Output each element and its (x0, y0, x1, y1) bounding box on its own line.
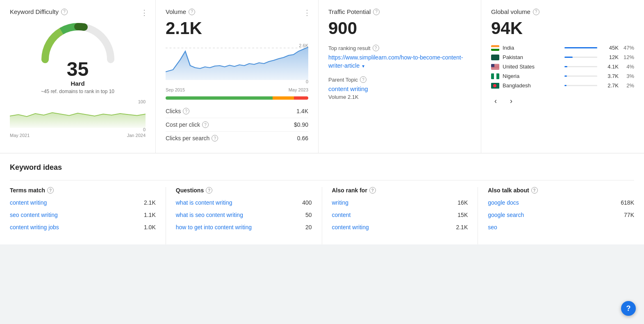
ki-header-also-rank: Also rank for ? (332, 187, 468, 194)
volume-chart-x-labels: Sep 2015 May 2023 (166, 87, 308, 92)
ki-link-terms-0[interactable]: content writing (10, 199, 47, 206)
country-bar-usa (564, 66, 597, 67)
tp-top-ranking-help[interactable]: ? (373, 45, 379, 51)
ki-also-rank-help[interactable]: ? (369, 187, 376, 194)
tp-title: Traffic Potential ? (328, 8, 471, 15)
country-bar-india (564, 47, 597, 48)
keyword-ideas-grid: Terms match ? content writing 2.1K seo c… (10, 180, 634, 244)
country-name-india: India (503, 45, 561, 51)
country-volume-bangladesh: 2.7K (604, 82, 619, 89)
volume-value: 2.1K (166, 18, 308, 38)
kd-dots-menu[interactable]: ⋮ (141, 8, 149, 17)
volume-progress-bar (166, 96, 308, 100)
svg-rect-14 (491, 73, 494, 79)
svg-rect-13 (491, 64, 494, 67)
tp-volume-label: Volume 2.1K (328, 94, 471, 100)
ki-link-questions-1[interactable]: what is seo content writing (176, 212, 243, 218)
country-name-usa: United States (503, 64, 561, 70)
kd-title-text: Keyword Difficulty (10, 8, 59, 15)
keyword-difficulty-card: Keyword Difficulty ? ⋮ 35 Hard ~45 ref. … (0, 0, 156, 153)
ki-link-also-rank-2[interactable]: content writing (332, 224, 369, 230)
country-bar-fill-usa (564, 66, 567, 67)
ki-value-terms-2: 1.0K (144, 224, 156, 230)
svg-rect-10 (491, 68, 499, 68)
country-bar-pakistan (564, 57, 597, 58)
kd-chart: 100 0 (10, 99, 146, 132)
cps-label-text: Clicks per search (166, 135, 209, 141)
ki-value-also-talk-1: 77K (624, 212, 634, 218)
flag-usa (491, 64, 499, 70)
ki-terms-match-help[interactable]: ? (47, 187, 54, 194)
ki-value-questions-1: 50 (305, 212, 312, 218)
keyword-ideas-title: Keyword ideas (10, 163, 634, 172)
volume-help-icon[interactable]: ? (189, 9, 195, 15)
clicks-label-text: Clicks (166, 108, 181, 114)
kd-title: Keyword Difficulty ? (10, 8, 146, 15)
ki-row-also-rank-0: writing 16K (332, 199, 468, 206)
kd-chart-x-end: Jan 2024 (127, 133, 146, 138)
ki-link-terms-1[interactable]: seo content writing (10, 212, 58, 218)
kd-gauge-svg (37, 18, 119, 64)
clicks-help-icon[interactable]: ? (183, 108, 189, 114)
ki-header-questions-text: Questions (176, 187, 204, 194)
country-pct-bangladesh: 2% (622, 82, 634, 89)
country-name-bangladesh: Bangladesh (503, 82, 561, 89)
country-bar-bangladesh (564, 85, 597, 86)
gv-prev-button[interactable]: ‹ (491, 95, 500, 107)
ki-also-talk-help[interactable]: ? (531, 187, 538, 194)
gv-value: 94K (491, 18, 634, 38)
kd-chart-labels: May 2021 Jan 2024 (10, 133, 146, 138)
kd-sparkline-svg (10, 99, 146, 128)
cpc-value: $0.90 (294, 121, 308, 128)
ki-link-also-talk-2[interactable]: seo (488, 224, 497, 230)
volume-title-text: Volume (166, 8, 186, 15)
svg-rect-8 (491, 67, 499, 67)
kd-chart-y-max: 100 (138, 99, 146, 104)
country-bar-fill-bangladesh (564, 85, 567, 86)
tp-help-icon[interactable]: ? (373, 9, 380, 15)
gv-next-button[interactable]: › (507, 95, 516, 107)
ki-row-questions-2: how to get into content writing 20 (176, 224, 312, 230)
flag-india (491, 45, 499, 51)
ki-header-questions: Questions ? (176, 187, 312, 194)
country-row-pakistan: Pakistan 12K 12% (491, 54, 634, 60)
tp-parent-topic-help[interactable]: ? (360, 76, 366, 83)
kd-help-icon[interactable]: ? (61, 9, 68, 15)
tp-dropdown-icon: ▼ (361, 64, 365, 69)
svg-rect-12 (491, 68, 499, 69)
tp-parent-link[interactable]: content writing (328, 85, 368, 92)
ki-row-also-rank-1: content 15K (332, 212, 468, 218)
ki-questions-help[interactable]: ? (206, 187, 212, 194)
tp-url-text: https://www.simplilearn.com/how-to-becom… (328, 54, 463, 69)
ki-column-also-talk: Also talk about ? google docs 618K googl… (478, 187, 634, 244)
gv-title: Global volume ? (491, 8, 634, 15)
cps-help-icon[interactable]: ? (212, 135, 218, 141)
ki-value-also-talk-0: 618K (621, 199, 634, 206)
ki-header-terms-match: Terms match ? (10, 187, 156, 194)
ki-link-questions-2[interactable]: how to get into content writing (176, 224, 252, 230)
ki-link-also-talk-1[interactable]: google search (488, 212, 524, 218)
ki-column-terms-match: Terms match ? content writing 2.1K seo c… (10, 187, 166, 244)
country-bar-nigeria (564, 75, 597, 77)
ki-column-questions: Questions ? what is content writing 400 … (166, 187, 322, 244)
ki-value-questions-2: 20 (305, 224, 312, 230)
global-volume-card: Global volume ? 94K India 45K 47% Pakist… (481, 0, 644, 153)
ki-link-terms-2[interactable]: content writing jobs (10, 224, 59, 230)
tp-parent-topic-text: Parent Topic (328, 77, 358, 83)
tp-top-ranking-url[interactable]: https://www.simplilearn.com/how-to-becom… (328, 54, 471, 70)
ki-value-questions-0: 400 (302, 199, 312, 206)
ki-link-also-rank-0[interactable]: writing (332, 199, 348, 206)
ki-link-also-talk-0[interactable]: google docs (488, 199, 519, 206)
cpc-help-icon[interactable]: ? (202, 121, 209, 128)
gv-help-icon[interactable]: ? (533, 9, 539, 15)
keyword-ideas-section: Keyword ideas Terms match ? content writ… (0, 153, 644, 244)
flag-nigeria (491, 73, 499, 79)
volume-chart-x-end: May 2023 (289, 87, 308, 92)
tp-value: 900 (328, 18, 471, 38)
kd-score: 35 (67, 59, 89, 79)
volume-chart-y-max: 2.6K (299, 43, 308, 48)
volume-dots-menu[interactable]: ⋮ (303, 8, 312, 17)
ki-link-also-rank-1[interactable]: content (332, 212, 351, 218)
clicks-label: Clicks ? (166, 108, 189, 114)
ki-link-questions-0[interactable]: what is content writing (176, 199, 232, 206)
